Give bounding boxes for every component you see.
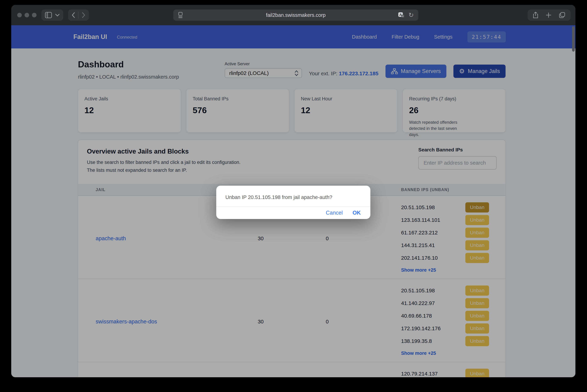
unban-confirm-dialog: Unban IP 20.51.105.198 from jail apache-…: [216, 186, 370, 219]
close-window-button[interactable]: [17, 13, 22, 17]
ok-button[interactable]: OK: [353, 210, 361, 216]
sidebar-icon[interactable]: [45, 12, 52, 18]
history-navigation: [68, 10, 89, 21]
browser-titlebar: fail2ban.swissmakers.corp A x ↻: [11, 5, 575, 25]
tab-overview-icon[interactable]: [559, 12, 565, 18]
minimize-window-button[interactable]: [25, 13, 29, 17]
chevron-down-icon[interactable]: [55, 14, 60, 16]
svg-text:x: x: [402, 15, 403, 17]
url-text[interactable]: fail2ban.swissmakers.corp: [173, 12, 418, 18]
reload-icon[interactable]: ↻: [408, 12, 414, 19]
back-icon[interactable]: [72, 12, 75, 18]
browser-window: fail2ban.swissmakers.corp A x ↻: [11, 5, 575, 377]
new-tab-icon[interactable]: [546, 12, 551, 18]
web-content: Fail2ban UI Connected Dashboard Filter D…: [11, 25, 575, 377]
toolbar-right: [528, 10, 570, 21]
sidebar-control: [42, 10, 63, 21]
scrollbar-thumb[interactable]: [572, 26, 575, 52]
translate-icon[interactable]: A x: [398, 12, 405, 19]
cancel-button[interactable]: Cancel: [326, 210, 343, 216]
forward-icon[interactable]: [82, 12, 85, 18]
zoom-window-button[interactable]: [32, 13, 37, 17]
divider: [78, 12, 79, 18]
address-bar[interactable]: fail2ban.swissmakers.corp A x ↻: [173, 10, 418, 21]
share-icon[interactable]: [533, 12, 538, 18]
window-controls: [17, 13, 37, 17]
dialog-message: Unban IP 20.51.105.198 from jail apache-…: [216, 186, 370, 200]
